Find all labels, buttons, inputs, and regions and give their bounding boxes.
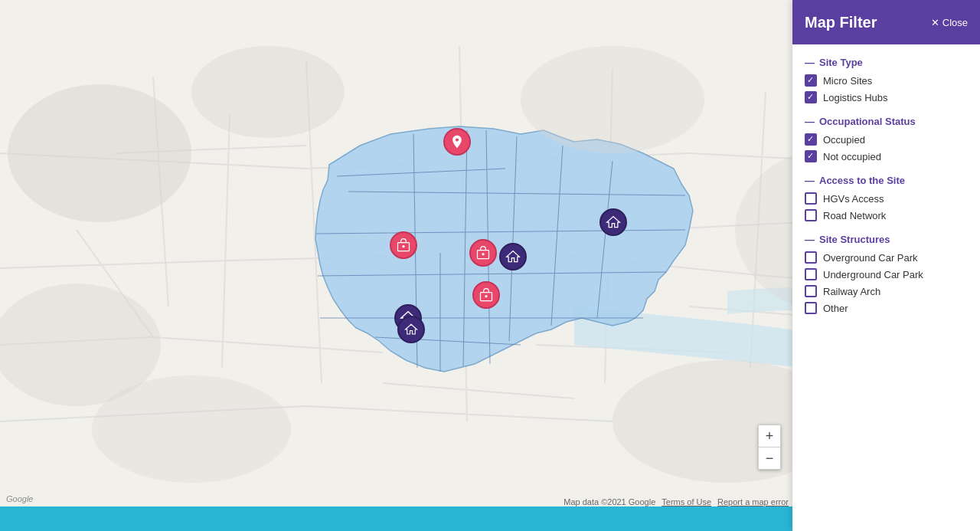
site-structures-label: Site Structures: [805, 234, 968, 245]
svg-point-51: [485, 295, 487, 297]
zoom-controls: + −: [758, 424, 781, 470]
site-type-label: Site Type: [805, 57, 968, 68]
label-not-occupied: Not occupied: [823, 151, 881, 162]
filter-panel: Map Filter ✕ Close Site Type Micro Sites…: [792, 0, 980, 531]
site-structures-section: Site Structures Overground Car Park Unde…: [805, 234, 968, 314]
label-hgvs: HGVs Access: [823, 193, 884, 205]
close-label: Close: [942, 17, 968, 28]
close-button[interactable]: ✕ Close: [931, 17, 968, 28]
close-x: ✕: [931, 17, 939, 28]
filter-item-not-occupied: Not occupied: [805, 150, 968, 162]
checkbox-not-occupied[interactable]: [805, 150, 817, 162]
marker-pink-4[interactable]: [472, 281, 500, 309]
label-road-network: Road Network: [823, 210, 886, 221]
filter-item-overground: Overground Car Park: [805, 251, 968, 264]
map-data-text: Map data ©2021 Google: [564, 497, 655, 506]
checkbox-other[interactable]: [805, 302, 817, 314]
label-logistics-hubs: Logistics Hubs: [823, 92, 888, 103]
checkbox-road-network[interactable]: [805, 209, 817, 221]
checkbox-micro-sites[interactable]: [805, 74, 817, 87]
checkbox-hgvs[interactable]: [805, 192, 817, 205]
filter-item-railway-arch: Railway Arch: [805, 285, 968, 297]
checkbox-occupied[interactable]: [805, 133, 817, 146]
label-overground: Overground Car Park: [823, 252, 918, 264]
checkbox-railway-arch[interactable]: [805, 285, 817, 297]
google-logo: Google: [6, 494, 33, 503]
svg-point-39: [8, 84, 191, 222]
label-railway-arch: Railway Arch: [823, 286, 880, 297]
access-section: Access to the Site HGVs Access Road Netw…: [805, 175, 968, 221]
map-footer: Map data ©2021 Google Terms of Use Repor…: [564, 497, 789, 506]
occupational-status-label: Occupational Status: [805, 116, 968, 127]
site-type-section: Site Type Micro Sites Logistics Hubs: [805, 57, 968, 103]
marker-pink-1[interactable]: [443, 128, 471, 156]
filter-item-micro-sites: Micro Sites: [805, 74, 968, 87]
zoom-in-button[interactable]: +: [759, 425, 780, 447]
filter-body: Site Type Micro Sites Logistics Hubs Occ…: [792, 44, 980, 531]
marker-dark-4[interactable]: [397, 316, 425, 343]
svg-point-44: [191, 46, 345, 138]
checkbox-logistics-hubs[interactable]: [805, 91, 817, 103]
access-label: Access to the Site: [805, 175, 968, 186]
filter-item-other: Other: [805, 302, 968, 314]
filter-header: Map Filter ✕ Close: [792, 0, 980, 44]
label-occupied: Occupied: [823, 134, 865, 146]
checkbox-underground[interactable]: [805, 268, 817, 280]
filter-item-logistics-hubs: Logistics Hubs: [805, 91, 968, 103]
marker-pink-3[interactable]: [469, 239, 497, 267]
zoom-out-button[interactable]: −: [759, 447, 780, 469]
filter-item-road-network: Road Network: [805, 209, 968, 221]
terms-link[interactable]: Terms of Use: [662, 497, 711, 506]
filter-item-occupied: Occupied: [805, 133, 968, 146]
marker-pink-2[interactable]: [390, 231, 417, 259]
occupational-status-section: Occupational Status Occupied Not occupie…: [805, 116, 968, 162]
marker-dark-1[interactable]: [599, 208, 627, 236]
checkbox-overground[interactable]: [805, 251, 817, 264]
svg-point-47: [402, 245, 404, 247]
filter-title: Map Filter: [805, 14, 877, 31]
label-other: Other: [823, 303, 848, 314]
label-micro-sites: Micro Sites: [823, 75, 872, 87]
label-underground: Underground Car Park: [823, 269, 923, 280]
svg-point-45: [521, 46, 704, 153]
svg-point-41: [92, 375, 291, 483]
report-link[interactable]: Report a map error: [717, 497, 789, 506]
marker-dark-2[interactable]: [499, 243, 527, 270]
svg-point-49: [482, 253, 484, 255]
filter-item-underground: Underground Car Park: [805, 268, 968, 280]
filter-item-hgvs: HGVs Access: [805, 192, 968, 205]
